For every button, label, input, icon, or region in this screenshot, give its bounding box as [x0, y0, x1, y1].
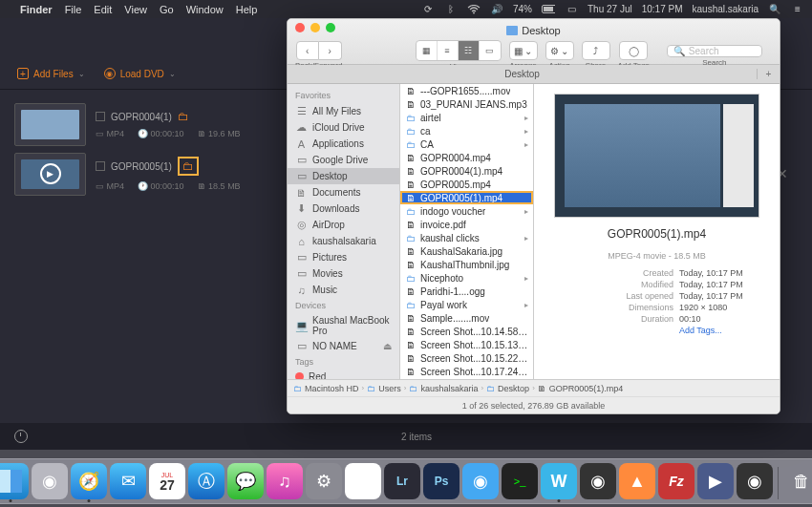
column-view-button[interactable]: ☷ [459, 41, 480, 60]
sidebar-item-downloads[interactable]: ⬇Downloads [288, 201, 399, 217]
checkbox[interactable] [96, 161, 105, 171]
column-view-list[interactable]: 🗎---GOPR1655.....mov🗎03_PURANI JEANS.mp3… [400, 84, 534, 379]
clock-icon[interactable] [14, 430, 28, 443]
list-item[interactable]: 🗎GOPR0004(1).mp4 [400, 164, 533, 178]
coverflow-view-button[interactable]: ▭ [480, 41, 501, 60]
list-item[interactable]: 🗀Payal work▸ [400, 298, 533, 311]
menubar-user[interactable]: kaushal.sakaria [693, 4, 759, 14]
zoom-window-button[interactable] [326, 23, 335, 32]
dock-item-vlc[interactable]: ▲ [619, 463, 655, 499]
list-item[interactable]: 🗀indogo voucher▸ [400, 204, 533, 218]
battery-icon[interactable] [542, 3, 555, 16]
sidebar-tag-red[interactable]: Red [288, 370, 399, 379]
volume-icon[interactable]: 🔊 [490, 3, 503, 16]
search-input[interactable]: 🔍 Search [667, 45, 762, 57]
dock-item-gopro[interactable]: ◉ [737, 463, 773, 499]
list-item[interactable]: 🗎Paridhi-1....ogg [400, 285, 533, 298]
sidebar-item-kaushalsakaria[interactable]: ⌂kaushalsakaria [288, 233, 399, 249]
list-item[interactable]: 🗀kaushal clicks▸ [400, 231, 533, 244]
list-item[interactable]: 🗎Screen Shot...10.15.13 PM [400, 338, 533, 351]
share-button[interactable]: ⤴ [582, 41, 610, 60]
screen-icon[interactable]: ▭ [565, 3, 578, 16]
sidebar-item-documents[interactable]: 🗎Documents [288, 184, 399, 201]
sidebar-item-device[interactable]: 💻Kaushal MacBook Pro [288, 313, 399, 338]
list-item[interactable]: 🗎GOPR0005(1).mp4 [400, 191, 533, 204]
wifi-icon[interactable] [467, 3, 481, 16]
folder-icon[interactable]: 🗀 [178, 157, 199, 176]
list-view-button[interactable]: ≡ [438, 41, 459, 60]
notification-center-icon[interactable]: ≡ [791, 3, 804, 16]
dock-item-wondershare[interactable]: W [541, 463, 577, 499]
minimize-window-button[interactable] [310, 23, 320, 32]
add-tags-link[interactable]: Add Tags... [679, 326, 756, 335]
new-tab-button[interactable]: + [757, 69, 780, 79]
menu-view[interactable]: View [124, 4, 147, 15]
menubar-date[interactable]: Thu 27 Jul [588, 4, 632, 14]
dock-item-photoshop[interactable]: Ps [423, 463, 459, 499]
menu-go[interactable]: Go [160, 4, 174, 15]
sidebar-item-pictures[interactable]: ▭Pictures [288, 249, 399, 265]
list-item[interactable]: 🗎Screen Shot...10.15.22 PM [400, 351, 533, 365]
app-menu[interactable]: Finder [20, 4, 53, 15]
dock-item-preferences[interactable]: ⚙ [306, 463, 342, 499]
sidebar-item-movies[interactable]: ▭Movies [288, 265, 399, 282]
bluetooth-icon[interactable]: ᛒ [444, 3, 458, 16]
list-item[interactable]: 🗎invoice.pdf [400, 218, 533, 231]
load-dvd-button[interactable]: ◉ Load DVD ⌄ [104, 68, 176, 79]
sidebar-item-airdrop[interactable]: ◎AirDrop [288, 217, 399, 233]
icon-view-button[interactable]: ▦ [417, 41, 438, 60]
back-button[interactable]: ‹ [296, 41, 319, 60]
sidebar-item-applications[interactable]: AApplications [288, 136, 399, 152]
menu-file[interactable]: File [65, 4, 82, 15]
list-item[interactable]: 🗎Screen Shot...10.14.58 PM [400, 325, 533, 338]
sidebar-item-all-my-files[interactable]: ☰All My Files [288, 103, 399, 119]
menubar-time[interactable]: 10:17 PM [642, 4, 683, 14]
menu-help[interactable]: Help [236, 4, 258, 15]
list-item[interactable]: 🗎Sample.......mov [400, 311, 533, 325]
dock-item-filezilla[interactable]: Fz [658, 463, 694, 499]
list-item[interactable]: 🗀CA▸ [400, 137, 533, 151]
play-icon[interactable]: ▶ [40, 163, 61, 184]
dock-item-appstore[interactable]: Ⓐ [188, 463, 224, 499]
arrange-button[interactable]: ▦ ⌄ [509, 41, 538, 60]
list-item[interactable]: 🗎KaushalThumbnil.jpg [400, 258, 533, 271]
dock-item-quicktime[interactable]: ◉ [580, 463, 616, 499]
dock-item-itunes[interactable]: ♫ [267, 463, 303, 499]
path-segment[interactable]: 🗎GOPR0005(1).mp4 [538, 384, 624, 393]
path-segment[interactable]: 🗀Users [367, 384, 401, 393]
dock-item-drive[interactable]: ◉ [345, 463, 381, 499]
menu-edit[interactable]: Edit [94, 4, 112, 15]
sidebar-item-device[interactable]: ▭NO NAME⏏ [288, 338, 399, 354]
dock-item-lightroom[interactable]: Lr [384, 463, 420, 499]
list-item[interactable]: 🗀Nicephoto▸ [400, 271, 533, 285]
view-mode-buttons[interactable]: ▦ ≡ ☷ ▭ [416, 40, 502, 61]
dock-item-safari[interactable]: 🧭 [71, 463, 107, 499]
dock-item-messages[interactable]: 💬 [227, 463, 264, 499]
spotlight-icon[interactable]: 🔍 [768, 3, 781, 16]
sync-icon[interactable]: ⟳ [421, 3, 435, 16]
dock-item-mxplayer[interactable]: ▶ [697, 463, 734, 499]
list-item[interactable]: 🗎Screen Shot...10.17.24 PM [400, 365, 533, 378]
dock-item-trash[interactable]: 🗑 [783, 463, 812, 499]
list-item[interactable]: 🗀airtel▸ [400, 111, 533, 124]
list-item[interactable]: 🗀ca▸ [400, 124, 533, 137]
tags-button[interactable]: ◯ [619, 41, 648, 60]
dock-item-vscode[interactable]: ◉ [462, 463, 499, 499]
path-segment[interactable]: 🗀kaushalsakaria [409, 384, 478, 393]
path-segment[interactable]: 🗀Desktop [486, 384, 529, 393]
pathbar[interactable]: 🗀Macintosh HD›🗀Users›🗀kaushalsakaria›🗀De… [288, 379, 780, 396]
sidebar-item-desktop[interactable]: ▭Desktop [288, 168, 399, 184]
sidebar-item-music[interactable]: ♫Music [288, 282, 399, 298]
list-item[interactable]: 🗎03_PURANI JEANS.mp3 [400, 97, 533, 111]
list-item[interactable]: 🗎GOPR0005.mp4 [400, 178, 533, 191]
forward-button[interactable]: › [319, 41, 342, 60]
dock-item-calendar[interactable]: JUL27 [149, 463, 185, 499]
list-item[interactable]: 🗎GOPR0004.mp4 [400, 151, 533, 164]
sidebar-item-google-drive[interactable]: ▭Google Drive [288, 152, 399, 168]
sidebar-item-icloud-drive[interactable]: ☁iCloud Drive [288, 119, 399, 136]
action-button[interactable]: ⚙ ⌄ [545, 41, 574, 60]
dock-item-launchpad[interactable]: ◉ [32, 463, 68, 499]
dock-item-terminal[interactable]: >_ [502, 463, 538, 499]
tab-desktop[interactable]: Desktop [288, 69, 757, 79]
add-files-button[interactable]: + Add Files ⌄ [17, 68, 85, 79]
